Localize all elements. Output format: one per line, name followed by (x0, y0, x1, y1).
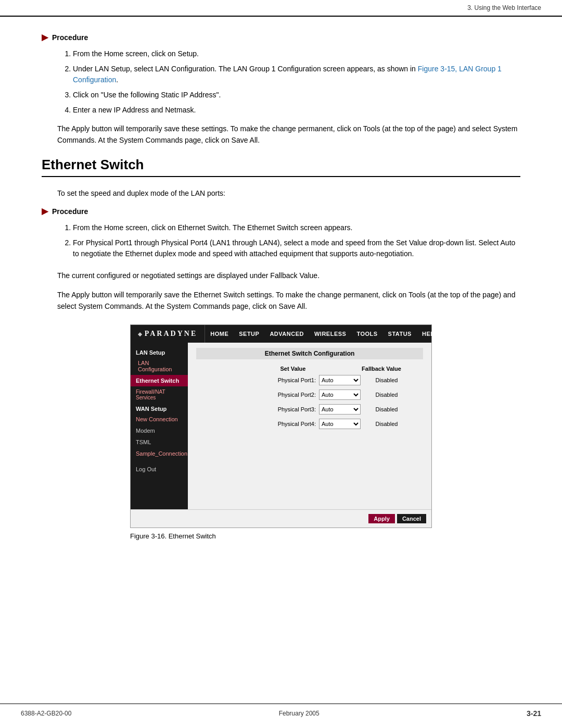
port3-select[interactable]: Auto (319, 404, 361, 415)
sidebar-item-ethernet-switch[interactable]: Ethernet Switch (131, 375, 188, 386)
table-row-port3: Physical Port3: Auto Disabled (196, 404, 423, 415)
procedure-step-1-1: From the Home screen, click on Setup. (73, 48, 520, 59)
table-row-port2: Physical Port2: Auto Disabled (196, 390, 423, 400)
nav-help[interactable]: HELP (417, 325, 443, 343)
note-fallback: The current configured or negotiated set… (57, 270, 520, 281)
port2-fallback: Disabled (361, 392, 413, 398)
nav-wireless[interactable]: WIRELESS (309, 325, 351, 343)
router-navbar: ◆ PARADYNE HOME SETUP ADVANCED WIRELESS … (131, 325, 431, 343)
section-title: Ethernet Switch (42, 157, 520, 177)
sidebar-item-modem[interactable]: Modem (131, 425, 188, 436)
router-sidebar: LAN Setup LAN Configuration Ethernet Swi… (131, 343, 188, 509)
procedure-arrow-icon-2: ▶ (42, 206, 48, 216)
port1-select[interactable]: Auto (319, 375, 361, 385)
procedure-list-2: From the Home screen, click on Ethernet … (73, 222, 520, 259)
figure-link[interactable]: Figure 3-15, LAN Group 1 Configuration (73, 65, 502, 84)
procedure-label-2: Procedure (52, 207, 88, 216)
page-number: 3-21 (527, 709, 541, 718)
port4-select[interactable]: Auto (319, 419, 361, 429)
table-column-headers: Set Value Fallback Value (196, 366, 423, 372)
procedure-list-1: From the Home screen, click on Setup. Un… (73, 48, 520, 116)
port4-fallback: Disabled (361, 421, 413, 427)
footer-center: February 2005 (279, 710, 320, 717)
nav-advanced[interactable]: ADVANCED (264, 325, 309, 343)
note-apply: The Apply button will temporarily save t… (57, 289, 520, 312)
sidebar-item-sample-connection[interactable]: Sample_Connection (131, 448, 188, 459)
sidebar-item-tsml[interactable]: TSML (131, 436, 188, 448)
col-header-set-value: Set Value (262, 366, 324, 372)
header-section: 3. Using the Web Interface (467, 4, 541, 11)
nav-items: HOME SETUP ADVANCED WIRELESS ToOLS STATU… (205, 325, 443, 343)
router-footer: Apply Cancel (131, 509, 431, 528)
procedure-step-1-2: Under LAN Setup, select LAN Configuratio… (73, 64, 520, 85)
port3-label: Physical Port3: (269, 406, 316, 412)
table-row-port4: Physical Port4: Auto Disabled (196, 419, 423, 429)
main-content: ▶ Procedure From the Home screen, click … (0, 17, 562, 584)
page-footer: 6388-A2-GB20-00 February 2005 3-21 (0, 704, 562, 723)
logo-text: PARADYNE (145, 330, 198, 338)
port3-fallback: Disabled (361, 406, 413, 412)
sidebar-group-wan: WAN Setup (131, 403, 188, 413)
apply-button[interactable]: Apply (368, 514, 395, 523)
sidebar-item-new-connection[interactable]: New Connection (131, 413, 188, 425)
router-page-title: Ethernet Switch Configuration (196, 348, 423, 359)
procedure-block-1: ▶ Procedure From the Home screen, click … (42, 32, 520, 146)
section-intro: To set the speed and duplex mode of the … (57, 187, 520, 199)
nav-tools[interactable]: ToOLS (351, 325, 382, 343)
figure-container: ◆ PARADYNE HOME SETUP ADVANCED WIRELESS … (130, 324, 432, 540)
nav-status[interactable]: STATUS (383, 325, 417, 343)
router-main-panel: Ethernet Switch Configuration Set Value … (188, 343, 431, 509)
procedure-note-1: The Apply button will temporarily save t… (57, 123, 520, 146)
port1-label: Physical Port1: (269, 377, 316, 383)
port4-label: Physical Port4: (269, 421, 316, 427)
sidebar-group-lan: LAN Setup (131, 347, 188, 357)
table-row-port1: Physical Port1: Auto Disabled (196, 375, 423, 385)
procedure-arrow-icon: ▶ (42, 32, 48, 42)
nav-setup[interactable]: SETUP (234, 325, 264, 343)
router-body: LAN Setup LAN Configuration Ethernet Swi… (131, 343, 431, 509)
footer-left: 6388-A2-GB20-00 (21, 710, 71, 717)
cancel-button[interactable]: Cancel (397, 514, 426, 523)
col-header-fallback: Fallback Value (355, 366, 407, 372)
procedure-label-1: Procedure (52, 33, 88, 42)
nav-home[interactable]: HOME (205, 325, 234, 343)
sidebar-item-logout[interactable]: Log Out (131, 463, 188, 475)
procedure-heading-1: ▶ Procedure (42, 32, 520, 42)
router-ui-screenshot: ◆ PARADYNE HOME SETUP ADVANCED WIRELESS … (130, 324, 432, 528)
port1-fallback: Disabled (361, 377, 413, 383)
sidebar-item-firewall[interactable]: Firewall/NAT Services (131, 386, 188, 403)
procedure-block-2: ▶ Procedure From the Home screen, click … (42, 206, 520, 259)
router-logo: ◆ PARADYNE (131, 325, 205, 343)
procedure-step-2-1: From the Home screen, click on Ethernet … (73, 222, 520, 233)
port2-label: Physical Port2: (269, 392, 316, 398)
sidebar-item-lan-config[interactable]: LAN Configuration (131, 357, 188, 375)
procedure-step-1-3: Click on "Use the following Static IP Ad… (73, 90, 520, 101)
port2-select[interactable]: Auto (319, 390, 361, 400)
procedure-step-1-4: Enter a new IP Address and Netmask. (73, 105, 520, 116)
figure-caption: Figure 3-16. Ethernet Switch (130, 532, 432, 540)
procedure-step-2-2: For Physical Port1 through Physical Port… (73, 237, 520, 259)
procedure-heading-2: ▶ Procedure (42, 206, 520, 216)
page-header: 3. Using the Web Interface (0, 0, 562, 17)
